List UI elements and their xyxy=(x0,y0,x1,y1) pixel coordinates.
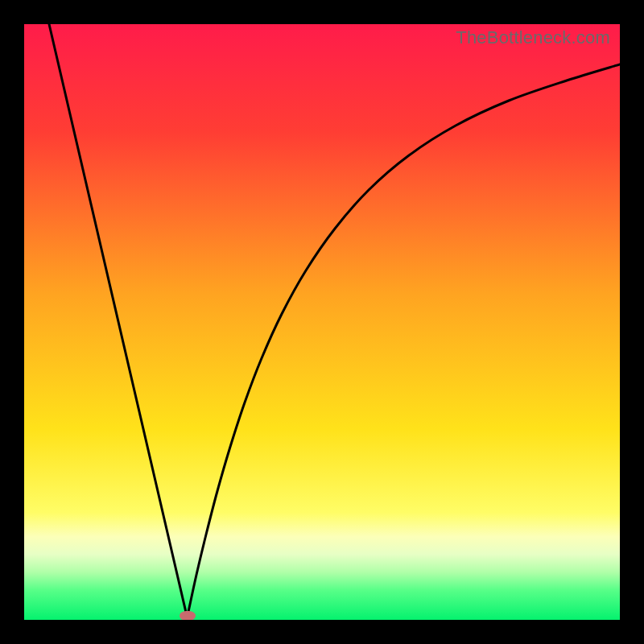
chart-frame: TheBottleneck.com xyxy=(0,0,644,644)
plot-area: TheBottleneck.com xyxy=(24,24,620,620)
watermark-text: TheBottleneck.com xyxy=(456,27,610,48)
minimum-marker xyxy=(180,611,196,620)
bottleneck-curve xyxy=(24,24,620,620)
